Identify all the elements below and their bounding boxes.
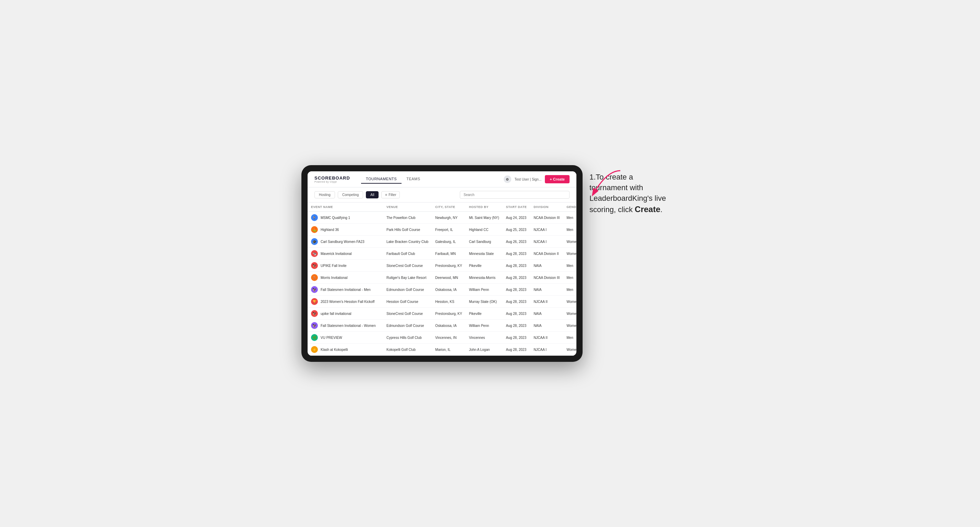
cell-venue-3: Faribault Golf Club [383, 248, 432, 260]
all-filter-btn[interactable]: All [366, 191, 379, 198]
cell-division-1: NJCAA I [530, 224, 563, 236]
annotation-arrow [586, 167, 627, 202]
col-gender: GENDER [563, 203, 576, 212]
cell-gender-6: Men [563, 284, 576, 296]
cell-start-date-9: Aug 28, 2023 [502, 320, 530, 332]
cell-event-name-2: 🎓 Carl Sandburg Women FA23 [307, 236, 383, 248]
cell-gender-5: Men [563, 272, 576, 284]
event-name-text-1: Highland 36 [321, 228, 339, 232]
table-row: 🌿 VU PREVIEW Cypress Hills Golf Club Vin… [307, 332, 576, 344]
event-name-text-5: Morris Invitational [321, 276, 347, 279]
nav-right: ⚙ Test User | Sign... + Create [504, 175, 570, 183]
filter-dropdown-btn[interactable]: ≡ Filter [381, 191, 400, 198]
cell-division-8: NAIA [530, 308, 563, 320]
cell-venue-11: Kokopelli Golf Club [383, 344, 432, 356]
col-division: DIVISION [530, 203, 563, 212]
team-icon-9: 🦅 [311, 322, 318, 329]
cell-city-state-5: Deerwood, MN [432, 272, 465, 284]
cell-gender-2: Women [563, 236, 576, 248]
cell-start-date-2: Aug 26, 2023 [502, 236, 530, 248]
cell-event-name-10: 🌿 VU PREVIEW [307, 332, 383, 344]
cell-city-state-8: Prestonsburg, KY [432, 308, 465, 320]
team-icon-1: ⛳ [311, 226, 318, 233]
tablet-screen: SCOREBOARD Powered by Clippt TOURNAMENTS… [307, 171, 576, 356]
cell-event-name-5: 🦌 Morris Invitational [307, 272, 383, 284]
cell-division-3: NCAA Division II [530, 248, 563, 260]
filter-bar: Hosting Competing All ≡ Filter [307, 187, 576, 203]
cell-gender-3: Women [563, 248, 576, 260]
cell-start-date-1: Aug 25, 2023 [502, 224, 530, 236]
settings-icon[interactable]: ⚙ [504, 175, 511, 183]
cell-city-state-2: Galesburg, IL [432, 236, 465, 248]
table-row: 🏌 MSMC Qualifying 1 The Powelton Club Ne… [307, 212, 576, 224]
cell-gender-1: Men [563, 224, 576, 236]
logo-area: SCOREBOARD Powered by Clippt [315, 175, 350, 183]
cell-gender-0: Men [563, 212, 576, 224]
team-icon-2: 🎓 [311, 238, 318, 245]
hosting-filter-btn[interactable]: Hosting [315, 191, 335, 198]
team-icon-10: 🌿 [311, 334, 318, 341]
event-name-text-7: 2023 Women's Hesston Fall Kickoff [321, 300, 374, 303]
cell-division-11: NJCAA I [530, 344, 563, 356]
cell-start-date-5: Aug 28, 2023 [502, 272, 530, 284]
search-box [460, 191, 570, 199]
cell-event-name-1: ⛳ Highland 36 [307, 224, 383, 236]
cell-division-5: NCAA Division III [530, 272, 563, 284]
cell-city-state-7: Hesston, KS [432, 296, 465, 308]
team-icon-8: 🦅 [311, 310, 318, 317]
cell-venue-6: Edmundson Golf Course [383, 284, 432, 296]
filter-icon: ≡ [385, 193, 387, 197]
col-venue: VENUE [383, 203, 432, 212]
tab-teams[interactable]: TEAMS [401, 175, 425, 184]
cell-start-date-8: Aug 28, 2023 [502, 308, 530, 320]
cell-hosted-by-0: Mt. Saint Mary (NY) [466, 212, 503, 224]
cell-start-date-11: Aug 28, 2023 [502, 344, 530, 356]
team-icon-3: 🐄 [311, 250, 318, 257]
col-city-state: CITY, STATE [432, 203, 465, 212]
cell-venue-10: Cypress Hills Golf Club [383, 332, 432, 344]
table-header-row: EVENT NAME VENUE CITY, STATE HOSTED BY S… [307, 203, 576, 212]
page-wrapper: SCOREBOARD Powered by Clippt TOURNAMENTS… [301, 165, 679, 362]
cell-venue-8: StoneCrest Golf Course [383, 308, 432, 320]
tab-tournaments[interactable]: TOURNAMENTS [361, 175, 401, 184]
cell-division-6: NAIA [530, 284, 563, 296]
logo-title: SCOREBOARD [315, 175, 350, 181]
col-hosted-by: HOSTED BY [466, 203, 503, 212]
cell-venue-0: The Powelton Club [383, 212, 432, 224]
cell-division-9: NAIA [530, 320, 563, 332]
cell-hosted-by-2: Carl Sandburg [466, 236, 503, 248]
col-start-date: START DATE [502, 203, 530, 212]
event-name-text-6: Fall Statesmen Invitational - Men [321, 288, 371, 292]
event-name-text-8: upike fall invitational [321, 312, 352, 316]
team-icon-11: ⚡ [311, 346, 318, 353]
cell-city-state-10: Vincennes, IN [432, 332, 465, 344]
table-row: ⛳ Highland 36 Park Hills Golf Course Fre… [307, 224, 576, 236]
cell-start-date-0: Aug 24, 2023 [502, 212, 530, 224]
cell-city-state-4: Prestonsburg, KY [432, 260, 465, 272]
cell-start-date-3: Aug 28, 2023 [502, 248, 530, 260]
cell-hosted-by-10: Vincennes [466, 332, 503, 344]
table-row: 🦅 upike fall invitational StoneCrest Gol… [307, 308, 576, 320]
cell-venue-7: Hesston Golf Course [383, 296, 432, 308]
cell-venue-5: Ruttger's Bay Lake Resort [383, 272, 432, 284]
cell-event-name-9: 🦅 Fall Statesmen Invitational - Women [307, 320, 383, 332]
cell-hosted-by-6: William Penn [466, 284, 503, 296]
cell-hosted-by-3: Minnesota State [466, 248, 503, 260]
cell-division-4: NAIA [530, 260, 563, 272]
cell-start-date-7: Aug 28, 2023 [502, 296, 530, 308]
search-input[interactable] [460, 191, 570, 199]
cell-event-name-3: 🐄 Maverick Invitational [307, 248, 383, 260]
cell-venue-9: Edmundson Golf Course [383, 320, 432, 332]
cell-division-10: NJCAA II [530, 332, 563, 344]
event-name-text-2: Carl Sandburg Women FA23 [321, 240, 364, 244]
tournaments-table: EVENT NAME VENUE CITY, STATE HOSTED BY S… [307, 203, 576, 356]
cell-start-date-4: Aug 28, 2023 [502, 260, 530, 272]
team-icon-6: 🦅 [311, 286, 318, 293]
event-name-text-9: Fall Statesmen Invitational - Women [321, 324, 375, 328]
cell-venue-1: Park Hills Golf Course [383, 224, 432, 236]
table-row: 🏆 2023 Women's Hesston Fall Kickoff Hess… [307, 296, 576, 308]
competing-filter-btn[interactable]: Competing [338, 191, 363, 198]
create-button[interactable]: + Create [545, 175, 570, 183]
table-row: 🦅 Fall Statesmen Invitational - Women Ed… [307, 320, 576, 332]
col-event-name: EVENT NAME [307, 203, 383, 212]
